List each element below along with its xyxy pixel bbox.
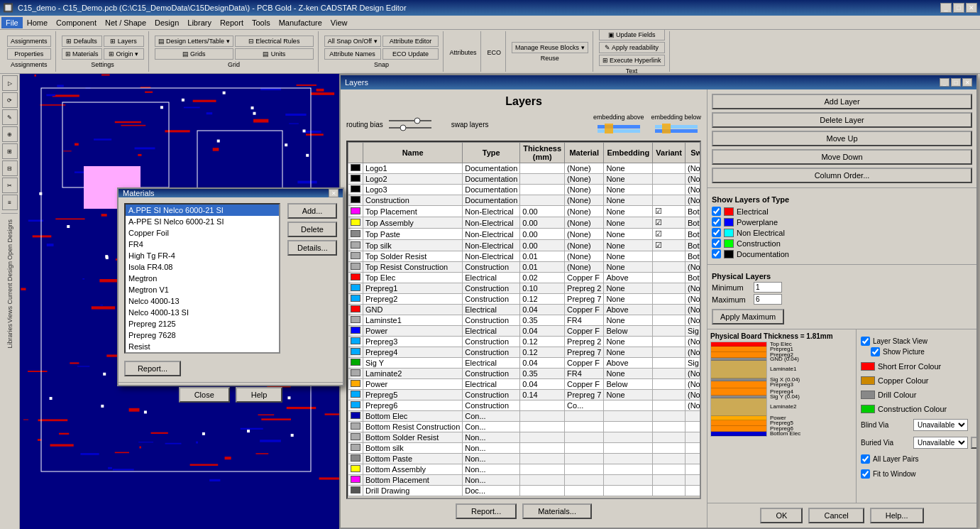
buried-via-select[interactable]: Unavailable — [913, 437, 968, 449]
list-item[interactable]: High Tg FR-4 — [126, 250, 279, 261]
move-down-btn[interactable]: Move Down — [712, 149, 972, 165]
table-row[interactable]: Logo2 Documentation (None) None (No Swap… — [348, 174, 702, 185]
delete-layer-btn[interactable]: Delete Layer — [712, 112, 972, 128]
apply-readability-btn[interactable]: ✎ Apply readability — [599, 42, 665, 53]
report-btn[interactable]: Report... — [456, 503, 517, 519]
attr-names-btn[interactable]: Attribute Names — [324, 48, 381, 60]
move-up-btn[interactable]: Move Up — [712, 131, 972, 146]
menu-net-shape[interactable]: Net / Shape — [101, 17, 150, 28]
table-row[interactable]: Construction Documentation (None) None (… — [348, 195, 702, 206]
mat-close-x[interactable]: ✕ — [329, 189, 338, 197]
layers-close[interactable]: ✕ — [962, 78, 972, 87]
table-row[interactable]: Bottom Assembly Non... Unbiased — [348, 464, 702, 475]
menu-library[interactable]: Library — [183, 17, 216, 28]
maximum-input[interactable] — [754, 294, 782, 305]
list-item[interactable]: Megtron V1 — [126, 284, 279, 295]
design-letters-btn[interactable]: ▤ Design Letters/Table ▾ — [155, 36, 233, 47]
grids-btn[interactable]: ▤ Grids — [155, 48, 233, 60]
tool-btn-6[interactable]: ⊟ — [2, 160, 18, 176]
table-row[interactable]: Bottom Paste Non... Unbiased — [348, 454, 702, 464]
add-layer-btn[interactable]: Add Layer — [712, 94, 972, 109]
execute-hyperlink-btn[interactable]: ⊞ Execute Hyperlink — [599, 55, 665, 66]
menu-home[interactable]: Home — [23, 17, 52, 28]
elec-rules-btn[interactable]: ⊟ Electrical Rules — [235, 36, 314, 47]
table-row[interactable]: Bottom Solder Resist Non... Unbiased — [348, 432, 702, 443]
show-picture-inner-check[interactable] — [871, 347, 880, 356]
table-row[interactable]: Prepreg4 Construction 0.12 Prepreg 7 Non… — [348, 347, 702, 358]
table-row[interactable]: Logo3 Documentation (None) None (No Swap… — [348, 185, 702, 195]
list-item[interactable]: FR4 — [126, 239, 279, 250]
update-fields-btn[interactable]: ▣ Update Fields — [599, 29, 665, 40]
electrical-check[interactable] — [712, 207, 721, 216]
list-item[interactable]: Copper Foil — [126, 227, 279, 239]
attr-editor-btn[interactable]: Attribute Editor — [382, 36, 439, 47]
column-order-btn[interactable]: Column Order... — [712, 168, 972, 183]
table-row[interactable]: Prepreg2 Construction 0.12 Prepreg 7 Non… — [348, 294, 702, 305]
ok-btn[interactable]: OK — [760, 508, 803, 523]
tool-btn-4[interactable]: ⊕ — [2, 126, 18, 142]
show-picture-check[interactable] — [861, 337, 870, 346]
cancel-btn[interactable]: Cancel — [808, 508, 864, 523]
blind-via-select[interactable]: Unavailable — [913, 419, 968, 431]
table-row[interactable]: Power Electrical 0.04 Copper F Below (No… — [348, 379, 702, 390]
copy-btn[interactable]: Copy — [971, 437, 976, 449]
table-row[interactable]: Prepreg1 Construction 0.10 Prepreg 2 Non… — [348, 283, 702, 294]
table-row[interactable]: Prepreg5 Construction 0.14 Prepreg 7 Non… — [348, 390, 702, 400]
non-electrical-check[interactable] — [712, 228, 721, 237]
properties-btn[interactable]: Properties — [7, 48, 51, 60]
table-row[interactable]: GND Electrical 0.04 Copper F Above (No S… — [348, 305, 702, 315]
list-item[interactable]: Nelco 4000-13 SI — [126, 307, 279, 318]
table-row[interactable]: Drill Drawing Doc... Unbiased — [348, 486, 702, 496]
table-row[interactable]: Laminste1 Construction 0.35 FR4 None (No… — [348, 315, 702, 326]
close-btn[interactable]: ✕ — [966, 3, 977, 13]
table-row[interactable]: Sig Y Electrical 0.04 Copper F Above Sig… — [348, 358, 702, 369]
mat-details-btn[interactable]: Details... — [287, 240, 337, 256]
list-item[interactable]: A.PPE SI Nelco 6000-21 SI — [126, 204, 279, 216]
list-item[interactable]: Prepreg 7628 — [126, 329, 279, 341]
origin-btn[interactable]: ⊞ Origin ▾ — [104, 48, 144, 60]
table-row[interactable]: Bottom Elec Con... X Unbiased — [348, 411, 702, 422]
table-row[interactable]: Logo1 Documentation (None) None (No Swap… — [348, 163, 702, 174]
materials-btn[interactable]: ⊞ Materials — [62, 48, 102, 60]
manage-reuse-btn[interactable]: Manage Reuse Blocks ▾ — [512, 42, 588, 53]
minimize-btn[interactable]: _ — [940, 3, 952, 13]
table-row[interactable]: Bottom Resist Construction Con... Unbias… — [348, 422, 702, 432]
table-row[interactable]: Top Paste Non-Electrical 0.00 (None) Non… — [348, 229, 702, 240]
list-item[interactable]: Nelco 4000-13 — [126, 295, 279, 307]
table-row[interactable]: Top silk Non-Electrical 0.00 (None) None… — [348, 240, 702, 251]
layers-maximize[interactable]: □ — [951, 78, 961, 87]
table-row[interactable]: Bottom Placement Non... Unbiased — [348, 475, 702, 486]
menu-view[interactable]: View — [326, 17, 352, 28]
all-layer-pairs-check[interactable] — [861, 454, 870, 464]
powerplane-check[interactable] — [712, 217, 721, 227]
table-row[interactable]: Laminate2 Construction 0.35 FR4 None (No… — [348, 369, 702, 379]
tool-btn-2[interactable]: ⟳ — [2, 92, 18, 108]
fit-to-window-check[interactable] — [861, 469, 870, 479]
mat-report-btn[interactable]: Report... — [124, 361, 181, 376]
defaults-btn[interactable]: ⊞ Defaults — [62, 36, 102, 47]
list-item[interactable]: Prepreg 2125 — [126, 318, 279, 329]
assignments-btn[interactable]: Assignments — [7, 36, 51, 47]
layers-minimize[interactable]: _ — [940, 78, 949, 87]
menu-manufacture[interactable]: Manufacture — [275, 17, 326, 28]
tool-btn-3[interactable]: ✎ — [2, 109, 18, 125]
mat-add-btn[interactable]: Add... — [287, 203, 337, 219]
menu-report[interactable]: Report — [216, 17, 248, 28]
tool-btn-7[interactable]: ✂ — [2, 178, 18, 193]
menu-design[interactable]: Design — [150, 17, 183, 28]
list-item[interactable]: Isola FR4.08 — [126, 261, 279, 273]
list-item[interactable]: Resist — [126, 341, 279, 352]
tool-btn-1[interactable]: ▷ — [2, 75, 18, 91]
list-item[interactable]: A-PPE SI Nelco 6000-21 SI — [126, 216, 279, 227]
menu-file[interactable]: File — [1, 17, 23, 28]
table-row[interactable]: Power Electrical 0.04 Copper F Below Sig… — [348, 326, 702, 337]
tool-btn-5[interactable]: ⊞ — [2, 143, 18, 159]
table-row[interactable]: Bottom silk Non... Unbiased — [348, 443, 702, 454]
tool-btn-8[interactable]: ≡ — [2, 195, 18, 210]
units-btn[interactable]: ▤ Units — [235, 48, 314, 60]
construction-check[interactable] — [712, 239, 721, 248]
help-btn[interactable]: Help... — [870, 508, 924, 523]
materials-open-btn[interactable]: Materials... — [522, 503, 592, 519]
apply-maximum-btn[interactable]: Apply Maximum — [712, 309, 784, 325]
layers-btn[interactable]: ⊞ Layers — [104, 36, 144, 47]
